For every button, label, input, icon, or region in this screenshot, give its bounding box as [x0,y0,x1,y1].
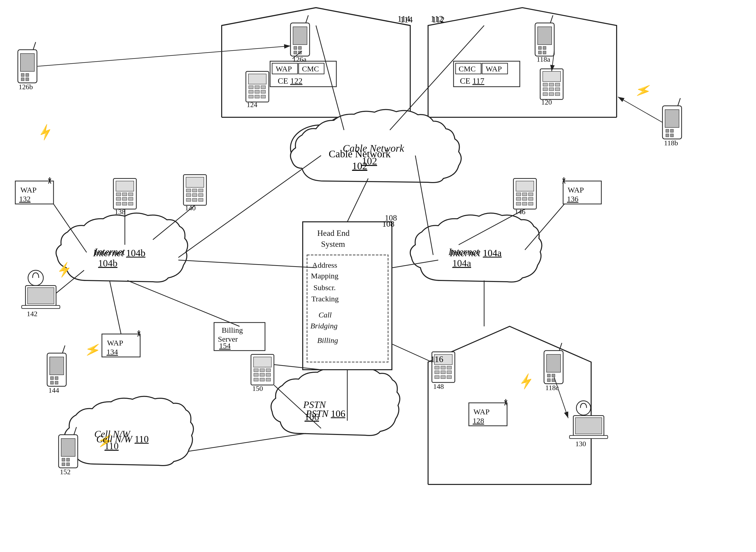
svg-rect-205 [50,377,53,380]
svg-rect-115 [251,355,274,385]
svg-text:140: 140 [185,204,196,212]
pstn-cloud: PSTN 106 [271,367,400,435]
svg-line-201 [559,343,562,351]
svg-rect-214 [66,458,69,461]
svg-rect-215 [62,463,65,466]
internet-104a-cloud: Internet 104a [410,213,542,282]
svg-rect-132 [435,371,439,374]
svg-point-224 [576,401,591,415]
svg-line-236 [316,25,344,130]
svg-text:152: 152 [60,468,70,476]
svg-rect-118 [260,369,264,372]
svg-line-2 [316,8,410,25]
svg-line-217 [74,427,76,435]
svg-rect-144 [249,90,253,93]
svg-line-239 [415,155,433,255]
svg-rect-191 [666,134,669,137]
svg-rect-100 [192,198,197,201]
phone-140: 140 [183,175,206,212]
svg-line-249 [110,280,121,334]
svg-rect-227 [569,435,608,438]
svg-rect-147 [249,95,253,98]
svg-text:⚡: ⚡ [35,122,56,142]
svg-rect-13 [308,145,431,178]
svg-rect-221 [27,288,54,304]
svg-text:144: 144 [48,386,59,394]
svg-rect-95 [198,189,203,192]
svg-line-193 [678,98,680,106]
svg-rect-123 [254,378,258,381]
svg-rect-199 [547,379,550,382]
svg-text:104a: 104a [452,258,471,268]
svg-rect-190 [671,129,674,132]
svg-text:Billing: Billing [317,336,338,344]
svg-point-11 [358,111,417,154]
svg-rect-116 [253,357,271,367]
svg-rect-110 [529,197,533,200]
svg-line-67 [563,178,565,183]
svg-text:138: 138 [115,208,125,216]
svg-line-169 [306,15,308,23]
svg-rect-203 [47,353,66,386]
svg-text:Cable Network: Cable Network [342,157,400,168]
svg-text:136: 136 [567,194,578,203]
svg-rect-226 [575,418,602,434]
svg-rect-83 [129,193,133,196]
svg-rect-183 [538,51,542,54]
svg-line-260 [554,377,568,418]
svg-rect-69 [469,403,507,426]
svg-line-177 [33,42,36,50]
wap-134-box: WAP 134 [102,330,140,357]
mobile-118c: 118c [544,343,563,392]
svg-rect-220 [25,286,56,306]
mobile-152: 152 [59,427,78,476]
billing-server-box: Billing Server 154 [214,322,265,351]
phone-148: 148 [432,352,455,390]
svg-text:⚡: ⚡ [517,372,536,391]
phone-138: 138 [114,178,136,216]
svg-text:104b: 104b [98,258,118,268]
svg-text:154: 154 [219,341,231,350]
svg-rect-143 [261,86,265,89]
svg-rect-156 [543,88,548,91]
svg-rect-141 [249,86,253,89]
svg-text:Internet: Internet [448,246,480,257]
svg-rect-111 [516,202,521,205]
svg-rect-119 [266,369,270,372]
pstn-label: PSTN 106 [306,408,345,419]
svg-text:⚡: ⚡ [55,261,74,279]
svg-rect-212 [61,438,75,456]
svg-rect-197 [547,374,550,377]
svg-text:System: System [321,240,345,249]
phone-120: 120 [540,69,563,106]
svg-rect-195 [544,351,563,384]
internet-104b-label: Internet 104b [93,247,146,259]
svg-line-255 [274,385,321,428]
svg-point-219 [28,270,43,286]
svg-line-257 [293,51,302,59]
svg-rect-63 [563,181,601,204]
svg-text:WAP: WAP [474,407,490,416]
svg-text:WAP: WAP [568,185,584,194]
svg-rect-92 [186,177,204,187]
svg-text:⚡: ⚡ [83,340,103,359]
svg-text:WAP: WAP [20,185,36,194]
svg-text:Billing: Billing [222,326,243,334]
head-end-box: 108 Head End System Address Mapping Subs… [303,213,397,370]
svg-text:Cable Network: Cable Network [359,168,418,179]
laptop-142: 142 [22,270,60,318]
phone-150: 150 [251,355,274,392]
svg-rect-136 [441,376,445,379]
svg-rect-109 [522,197,527,200]
svg-line-248 [128,280,239,326]
cable-network-cloud-proper: Cable Network 102 [291,109,461,182]
svg-rect-103 [514,178,536,209]
house-112-label: 112 [431,14,443,24]
svg-line-244 [392,344,432,362]
svg-rect-137 [447,376,451,379]
svg-rect-51 [15,181,53,204]
svg-rect-140 [248,74,266,84]
svg-rect-127 [432,352,455,383]
cable-network-label: Cable Network102 [329,148,391,172]
svg-rect-200 [552,379,555,382]
